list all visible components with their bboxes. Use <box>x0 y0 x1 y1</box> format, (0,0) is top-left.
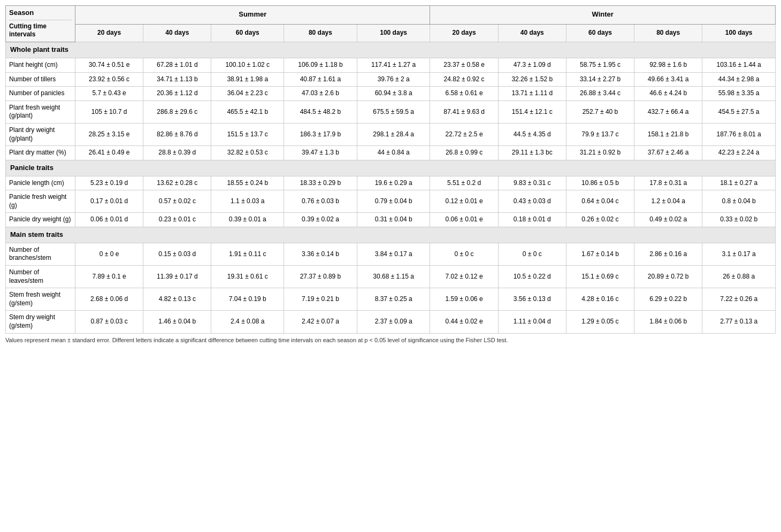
table-row: Stem fresh weight (g/stem)2.68 ± 0.06 d4… <box>6 288 776 311</box>
cell-winter-2-2-0: 1.59 ± 0.06 e <box>430 288 498 311</box>
data-table: SeasonCutting timeintervals Summer Winte… <box>5 5 776 334</box>
cell-summer-0-0-4: 117.41 ± 1.27 a <box>357 58 430 72</box>
cell-summer-0-4-4: 298.1 ± 28.4 a <box>357 123 430 145</box>
cell-winter-0-1-0: 24.82 ± 0.92 c <box>430 72 498 87</box>
winter-40d: 40 days <box>498 24 566 42</box>
cell-summer-2-3-2: 2.4 ± 0.08 a <box>211 311 284 333</box>
summer-80d: 80 days <box>284 24 357 42</box>
cell-summer-0-2-2: 36.04 ± 2.23 c <box>211 87 284 101</box>
cell-summer-1-1-2: 1.1 ± 0.03 a <box>211 190 284 213</box>
cell-summer-2-1-1: 11.39 ± 0.17 d <box>143 266 211 288</box>
table-row: Panicle length (cm)5.23 ± 0.19 d13.62 ± … <box>6 176 776 190</box>
cell-winter-2-3-1: 1.11 ± 0.04 d <box>498 311 566 333</box>
cell-winter-0-5-0: 26.8 ± 0.99 c <box>430 146 498 160</box>
cell-summer-0-3-2: 465.5 ± 42.1 b <box>211 101 284 123</box>
cell-winter-2-3-4: 2.77 ± 0.13 a <box>702 311 776 333</box>
cell-winter-2-1-0: 7.02 ± 0.12 e <box>430 266 498 288</box>
cell-summer-2-0-3: 3.36 ± 0.14 b <box>284 243 357 265</box>
cell-summer-2-3-3: 2.42 ± 0.07 a <box>284 311 357 333</box>
cell-winter-0-1-3: 49.66 ± 3.41 a <box>634 72 702 87</box>
table-row: Panicle fresh weight (g)0.17 ± 0.01 d0.5… <box>6 190 776 213</box>
section-label-1: Panicle traits <box>6 160 776 176</box>
cell-winter-0-0-1: 47.3 ± 1.09 d <box>498 58 566 72</box>
cell-summer-1-1-4: 0.79 ± 0.04 b <box>357 190 430 213</box>
cell-winter-1-2-1: 0.18 ± 0.01 d <box>498 213 566 227</box>
cell-winter-1-2-2: 0.26 ± 0.02 c <box>566 213 634 227</box>
cell-winter-0-0-0: 23.37 ± 0.58 e <box>430 58 498 72</box>
cell-summer-1-2-1: 0.23 ± 0.01 c <box>143 213 211 227</box>
cell-winter-0-1-1: 32.26 ± 1.52 b <box>498 72 566 87</box>
cell-summer-0-2-0: 5.7 ± 0.43 e <box>75 87 143 101</box>
table-row: Number of panicles5.7 ± 0.43 e20.36 ± 1.… <box>6 87 776 101</box>
cell-winter-2-2-2: 4.28 ± 0.16 c <box>566 288 634 311</box>
cell-summer-2-2-3: 7.19 ± 0.21 b <box>284 288 357 311</box>
cell-winter-0-4-2: 79.9 ± 13.7 c <box>566 123 634 145</box>
cell-summer-2-0-4: 3.84 ± 0.17 a <box>357 243 430 265</box>
table-row: Plant height (cm)30.74 ± 0.51 e67.28 ± 1… <box>6 58 776 72</box>
cell-summer-1-2-2: 0.39 ± 0.01 a <box>211 213 284 227</box>
cell-summer-0-0-1: 67.28 ± 1.01 d <box>143 58 211 72</box>
winter-header: Winter <box>430 6 776 25</box>
cell-summer-2-1-2: 19.31 ± 0.61 c <box>211 266 284 288</box>
cell-summer-0-2-1: 20.36 ± 1.12 d <box>143 87 211 101</box>
table-row: Panicle dry weight (g)0.06 ± 0.01 d0.23 … <box>6 213 776 227</box>
cell-summer-2-2-1: 4.82 ± 0.13 c <box>143 288 211 311</box>
cell-summer-0-4-1: 82.86 ± 8.76 d <box>143 123 211 145</box>
row-header-0-0: Plant height (cm) <box>6 58 75 72</box>
row-header-2-3: Stem dry weight (g/stem) <box>6 311 75 333</box>
row-header-1-0: Panicle length (cm) <box>6 176 75 190</box>
table-row: Number of branches/stem0 ± 0 e0.15 ± 0.0… <box>6 243 776 265</box>
cell-winter-0-4-3: 158.1 ± 21.8 b <box>634 123 702 145</box>
cell-summer-0-1-1: 34.71 ± 1.13 b <box>143 72 211 87</box>
cell-summer-2-2-2: 7.04 ± 0.19 b <box>211 288 284 311</box>
cell-winter-1-0-2: 10.86 ± 0.5 b <box>566 176 634 190</box>
cell-winter-2-0-0: 0 ± 0 c <box>430 243 498 265</box>
cell-winter-1-2-0: 0.06 ± 0.01 e <box>430 213 498 227</box>
cell-winter-1-2-3: 0.49 ± 0.02 a <box>634 213 702 227</box>
cell-winter-0-2-4: 55.98 ± 3.35 a <box>702 87 776 101</box>
table-row: Number of leaves/stem7.89 ± 0.1 e11.39 ±… <box>6 266 776 288</box>
row-header-2-0: Number of branches/stem <box>6 243 75 265</box>
row-header-2-2: Stem fresh weight (g/stem) <box>6 288 75 311</box>
cell-summer-0-1-3: 40.87 ± 1.61 a <box>284 72 357 87</box>
cell-winter-2-3-3: 1.84 ± 0.06 b <box>634 311 702 333</box>
cell-summer-2-2-0: 2.68 ± 0.06 d <box>75 288 143 311</box>
cell-summer-0-3-4: 675.5 ± 59.5 a <box>357 101 430 123</box>
cell-winter-1-1-3: 1.2 ± 0.04 a <box>634 190 702 213</box>
table-row: Number of tillers23.92 ± 0.56 c34.71 ± 1… <box>6 72 776 87</box>
cell-winter-1-0-1: 9.83 ± 0.31 c <box>498 176 566 190</box>
cell-winter-2-1-4: 26 ± 0.88 a <box>702 266 776 288</box>
cell-winter-0-2-0: 6.58 ± 0.61 e <box>430 87 498 101</box>
cell-summer-0-1-4: 39.76 ± 2 a <box>357 72 430 87</box>
row-header-2-1: Number of leaves/stem <box>6 266 75 288</box>
table-row: Plant dry matter (%)26.41 ± 0.49 e28.8 ±… <box>6 146 776 160</box>
cell-summer-2-0-2: 1.91 ± 0.11 c <box>211 243 284 265</box>
cell-summer-2-1-0: 7.89 ± 0.1 e <box>75 266 143 288</box>
cell-winter-2-2-3: 6.29 ± 0.22 b <box>634 288 702 311</box>
cell-winter-1-1-0: 0.12 ± 0.01 e <box>430 190 498 213</box>
table-row: Plant fresh weight (g/plant)105 ± 10.7 d… <box>6 101 776 123</box>
summer-40d: 40 days <box>143 24 211 42</box>
row-header-1-2: Panicle dry weight (g) <box>6 213 75 227</box>
cell-summer-2-3-0: 0.87 ± 0.03 c <box>75 311 143 333</box>
row-header-0-4: Plant dry weight (g/plant) <box>6 123 75 145</box>
winter-20d: 20 days <box>430 24 498 42</box>
section-header-1: Panicle traits <box>6 160 776 176</box>
cell-winter-1-0-3: 17.8 ± 0.31 a <box>634 176 702 190</box>
row-header-0-2: Number of panicles <box>6 87 75 101</box>
cell-winter-0-3-2: 252.7 ± 40 b <box>566 101 634 123</box>
cell-winter-0-2-1: 13.71 ± 1.11 d <box>498 87 566 101</box>
cell-winter-0-4-1: 44.5 ± 4.35 d <box>498 123 566 145</box>
cell-summer-0-3-0: 105 ± 10.7 d <box>75 101 143 123</box>
cell-summer-2-0-1: 0.15 ± 0.03 d <box>143 243 211 265</box>
cell-winter-2-0-1: 0 ± 0 c <box>498 243 566 265</box>
cell-summer-0-5-0: 26.41 ± 0.49 e <box>75 146 143 160</box>
winter-100d: 100 days <box>702 24 776 42</box>
cell-summer-2-0-0: 0 ± 0 e <box>75 243 143 265</box>
cell-winter-1-2-4: 0.33 ± 0.02 b <box>702 213 776 227</box>
cell-winter-0-0-4: 103.16 ± 1.44 a <box>702 58 776 72</box>
cell-summer-1-0-0: 5.23 ± 0.19 d <box>75 176 143 190</box>
cell-summer-0-4-3: 186.3 ± 17.9 b <box>284 123 357 145</box>
cell-winter-1-0-4: 18.1 ± 0.27 a <box>702 176 776 190</box>
cell-winter-0-3-3: 432.7 ± 66.4 a <box>634 101 702 123</box>
